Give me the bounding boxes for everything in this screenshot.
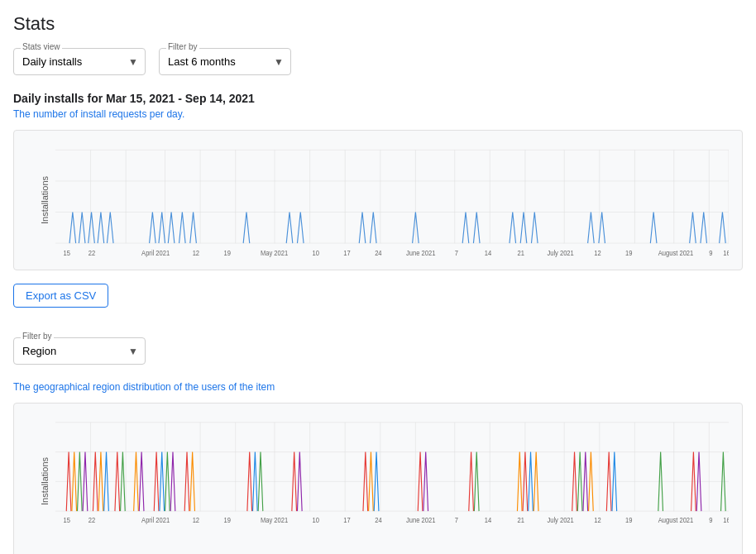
svg-text:12: 12: [594, 248, 601, 257]
stats-view-select[interactable]: Daily installs Weekly installs Monthly i…: [22, 52, 118, 71]
region-chart-subtitle: The geographical region distribution of …: [13, 381, 743, 393]
svg-text:June 2021: June 2021: [406, 248, 436, 257]
date-range-title: Daily installs for Mar 15, 2021 - Sep 14…: [13, 92, 743, 105]
installs-chart: Installations 3 2 1 0: [13, 130, 743, 270]
svg-text:12: 12: [193, 248, 200, 257]
svg-text:April 2021: April 2021: [141, 248, 170, 257]
export-csv-button[interactable]: Export as CSV: [13, 284, 108, 308]
region-chart-svg: 1.5 1.0 0.5 0.0: [55, 413, 729, 552]
svg-text:12: 12: [594, 517, 601, 525]
region-filters: Filter by Region United States Europe As…: [13, 337, 743, 365]
svg-text:17: 17: [343, 248, 351, 257]
svg-text:7: 7: [455, 517, 459, 525]
stats-view-select-wrapper: Stats view Daily installs Weekly install…: [13, 48, 146, 75]
svg-text:21: 21: [517, 517, 524, 525]
svg-text:19: 19: [625, 248, 633, 257]
svg-text:7: 7: [455, 248, 459, 257]
svg-text:22: 22: [89, 517, 96, 525]
region-select-wrapper: Filter by Region United States Europe As…: [13, 337, 146, 365]
svg-text:22: 22: [89, 248, 96, 257]
y-axis-label-1: Installations: [40, 176, 50, 224]
svg-text:16: 16: [723, 517, 729, 525]
svg-text:10: 10: [312, 517, 319, 525]
svg-text:June 2021: June 2021: [406, 517, 436, 525]
filter-by-chevron-icon: ▼: [274, 56, 284, 68]
svg-text:16: 16: [723, 248, 729, 257]
svg-text:April 2021: April 2021: [141, 517, 170, 525]
svg-text:12: 12: [193, 517, 200, 525]
region-chevron-icon: ▼: [128, 346, 138, 357]
svg-text:14: 14: [485, 248, 492, 257]
svg-text:19: 19: [625, 517, 633, 525]
stats-view-label: Stats view: [21, 42, 62, 51]
svg-text:15: 15: [63, 517, 70, 525]
svg-text:10: 10: [312, 248, 319, 257]
svg-text:9: 9: [709, 517, 713, 525]
svg-text:19: 19: [224, 248, 232, 257]
page-title: Stats: [13, 13, 743, 35]
svg-text:17: 17: [343, 517, 351, 525]
chart-subtitle: The number of install requests per day.: [13, 108, 743, 120]
filter-by-select[interactable]: Last 6 months Last 3 months Last month L…: [168, 52, 264, 71]
svg-text:19: 19: [224, 517, 232, 525]
filter-by-select-wrapper: Filter by Last 6 months Last 3 months La…: [159, 48, 291, 75]
svg-text:24: 24: [375, 248, 382, 257]
svg-text:August 2021: August 2021: [658, 517, 694, 525]
svg-text:9: 9: [709, 248, 713, 257]
svg-text:May 2021: May 2021: [261, 517, 289, 525]
installs-chart-svg: 3 2 1 0: [55, 141, 729, 263]
region-chart: Installations 1.5 1.0 0.5 0.0: [13, 403, 743, 554]
top-filters: Stats view Daily installs Weekly install…: [13, 48, 743, 75]
svg-text:August 2021: August 2021: [658, 248, 694, 257]
svg-text:14: 14: [485, 517, 492, 525]
stats-view-chevron-icon: ▼: [128, 56, 138, 68]
svg-text:July 2021: July 2021: [547, 248, 574, 257]
svg-text:15: 15: [63, 248, 70, 257]
y-axis-label-2: Installations: [40, 457, 50, 505]
filter-by-label2: Filter by: [21, 332, 54, 341]
svg-text:May 2021: May 2021: [261, 248, 289, 257]
svg-text:July 2021: July 2021: [547, 517, 574, 525]
region-select[interactable]: Region United States Europe Asia: [22, 341, 118, 361]
filter-by-label: Filter by: [166, 42, 199, 51]
svg-text:21: 21: [517, 248, 524, 257]
svg-text:24: 24: [375, 517, 382, 525]
